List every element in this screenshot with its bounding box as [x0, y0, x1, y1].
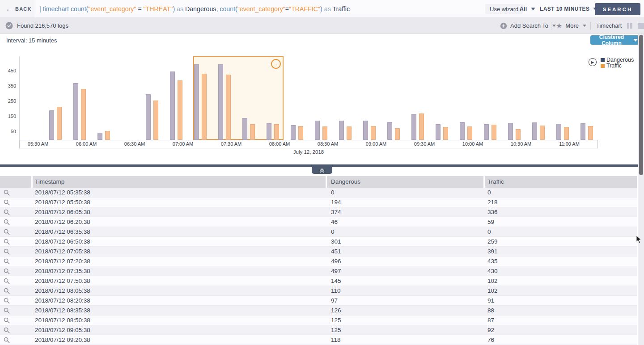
table-row[interactable]: 2018/07/12 05:35:3800 [0, 188, 637, 198]
table-row[interactable]: 2018/07/12 09:20:3811876 [0, 335, 637, 345]
vertical-scrollbar[interactable] [638, 34, 644, 345]
table-row[interactable]: 2018/07/12 07:20:38496435 [0, 257, 637, 266]
scope-dropdown[interactable]: All [520, 6, 535, 12]
bar-traffic[interactable] [443, 127, 448, 140]
chart-type-dropdown[interactable]: Clustered Column [590, 35, 640, 45]
table-row[interactable]: 2018/07/12 08:20:389791 [0, 296, 637, 306]
header-cell-traffic[interactable]: Traffic [485, 176, 637, 188]
magnifier-icon[interactable] [4, 209, 10, 217]
bar-dangerous[interactable] [532, 122, 537, 140]
bar-dangerous[interactable] [73, 83, 78, 140]
magnifier-icon[interactable] [4, 239, 10, 247]
selection-zoom-icon[interactable]: → [271, 59, 281, 69]
chevron-down-icon [633, 39, 638, 42]
search-button[interactable]: SEARCH [595, 3, 640, 15]
magnifier-icon[interactable] [4, 278, 10, 286]
bar-traffic[interactable] [274, 124, 279, 140]
add-search-to-button[interactable]: Add Search To [500, 18, 556, 34]
bar-dangerous[interactable] [436, 124, 441, 140]
table-row[interactable]: 2018/07/12 07:35:38497430 [0, 266, 637, 276]
bar-traffic[interactable] [371, 126, 376, 140]
bar-traffic[interactable] [298, 126, 303, 140]
legend-play-button[interactable]: ▶ [589, 58, 597, 66]
bar-dangerous[interactable] [484, 124, 489, 140]
magnifier-icon[interactable] [4, 229, 10, 237]
table-row[interactable]: 2018/07/12 05:50:38194218 [0, 198, 637, 207]
magnifier-icon[interactable] [4, 219, 10, 227]
magnifier-icon[interactable] [4, 199, 10, 207]
bar-dangerous[interactable] [508, 123, 513, 140]
bar-traffic[interactable] [588, 126, 593, 140]
bar-dangerous[interactable] [97, 133, 102, 140]
bar-dangerous[interactable] [242, 118, 247, 140]
table-row[interactable]: 2018/07/12 09:05:3812592 [0, 325, 637, 335]
bar-traffic[interactable] [57, 107, 62, 140]
back-button[interactable]: ← BACK [0, 0, 35, 17]
cell-timestamp: 2018/07/12 06:35:38 [35, 227, 90, 236]
table-row[interactable]: 2018/07/12 08:35:3812688 [0, 306, 637, 316]
bar-dangerous[interactable] [194, 64, 199, 140]
bar-dangerous[interactable] [267, 123, 271, 140]
more-label: More [565, 22, 579, 29]
table-row[interactable]: 2018/07/12 06:20:384659 [0, 217, 637, 227]
bar-dangerous[interactable] [315, 121, 320, 140]
column-view-icon[interactable] [627, 23, 632, 29]
bar-dangerous[interactable] [218, 64, 223, 140]
time-range-dropdown[interactable]: LAST 10 MINUTES [540, 6, 597, 12]
collapse-panel-button[interactable] [312, 167, 332, 174]
bar-dangerous[interactable] [170, 72, 175, 140]
bar-traffic[interactable] [153, 101, 158, 140]
table-row[interactable]: 2018/07/12 06:50:38301259 [0, 237, 637, 247]
bar-traffic[interactable] [202, 74, 207, 140]
header-cell-dangerous[interactable]: Dangerous [327, 176, 483, 188]
table-row[interactable]: 2018/07/12 06:05:38374336 [0, 207, 637, 217]
magnifier-icon[interactable] [4, 258, 10, 266]
bar-dangerous[interactable] [460, 122, 465, 140]
bar-traffic[interactable] [105, 131, 110, 140]
table-view-icon[interactable] [638, 23, 644, 29]
cell-traffic: 435 [487, 257, 498, 266]
table-row[interactable]: 2018/07/12 08:05:38110102 [0, 286, 637, 296]
bar-traffic[interactable] [467, 126, 472, 140]
bar-dangerous[interactable] [291, 125, 296, 140]
magnifier-icon[interactable] [4, 327, 10, 335]
bar-traffic[interactable] [322, 126, 327, 140]
table-row[interactable]: 2018/07/12 06:35:3800 [0, 227, 637, 237]
table-row[interactable]: 2018/07/12 07:05:38451391 [0, 247, 637, 257]
bar-dangerous[interactable] [363, 121, 368, 140]
bar-dangerous[interactable] [556, 124, 561, 140]
bar-traffic[interactable] [81, 89, 86, 140]
search-query-input[interactable]: | timechart count("event_category" = "TH… [39, 0, 350, 17]
scrollbar-thumb[interactable] [639, 35, 643, 175]
bar-traffic[interactable] [540, 126, 545, 140]
bar-dangerous[interactable] [580, 123, 585, 140]
magnifier-icon[interactable] [4, 248, 10, 257]
bar-dangerous[interactable] [387, 122, 392, 140]
magnifier-icon[interactable] [4, 307, 10, 316]
magnifier-icon[interactable] [4, 288, 10, 296]
bar-traffic[interactable] [250, 124, 255, 140]
bar-traffic[interactable] [178, 80, 182, 140]
magnifier-icon[interactable] [4, 189, 10, 198]
bar-dangerous[interactable] [146, 94, 151, 140]
bar-traffic[interactable] [226, 75, 231, 140]
bar-traffic[interactable] [395, 128, 400, 140]
bar-dangerous[interactable] [49, 110, 54, 140]
table-row[interactable]: 2018/07/12 07:50:38145102 [0, 276, 637, 286]
magnifier-icon[interactable] [4, 268, 10, 276]
bar-traffic[interactable] [419, 114, 424, 140]
legend-item[interactable]: Traffic [601, 63, 634, 69]
bar-traffic[interactable] [564, 127, 569, 140]
bar-traffic[interactable] [491, 125, 496, 140]
magnifier-icon[interactable] [4, 337, 10, 345]
use-wizard-button[interactable]: Use wizard [485, 4, 523, 14]
magnifier-icon[interactable] [4, 317, 10, 325]
more-button[interactable]: ★ More [556, 18, 586, 34]
header-cell-timestamp[interactable]: Timestamp [33, 176, 326, 188]
magnifier-icon[interactable] [4, 298, 10, 306]
bar-traffic[interactable] [516, 129, 521, 140]
bar-dangerous[interactable] [339, 121, 344, 140]
table-row[interactable]: 2018/07/12 08:50:3812587 [0, 316, 637, 325]
bar-dangerous[interactable] [411, 114, 416, 140]
bar-traffic[interactable] [347, 126, 352, 140]
